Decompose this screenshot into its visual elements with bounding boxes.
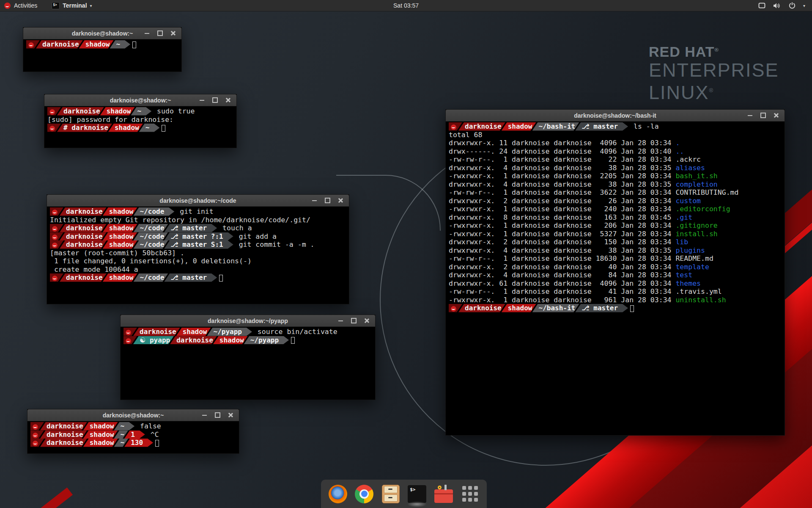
prompt-line: darknoiseshadow~130 (30, 439, 236, 447)
terminal-window-home-1[interactable]: darknoise@shadow:~ darknoiseshadow~ (23, 27, 182, 72)
terminal-content[interactable]: darknoiseshadow~/bash-it⎇ master ls -lat… (446, 121, 785, 436)
redhat-prompt-icon (33, 424, 38, 430)
maximize-button[interactable] (348, 317, 359, 325)
python-icon: ☯ (140, 336, 145, 344)
top-bar: Activities $> Terminal ▾ Sat 03:57 ▾ (0, 0, 812, 11)
terminal-content[interactable]: darknoiseshadow~ falsedarknoiseshadow~1 … (27, 421, 239, 454)
maximize-button[interactable] (155, 29, 165, 38)
close-button[interactable] (335, 196, 346, 205)
ls-entry-name: .ackrc (675, 155, 701, 163)
dock-item-app-grid[interactable] (460, 484, 480, 504)
power-icon (789, 2, 796, 9)
output-line: -rw-rw-r--. 1 darknoise darknoise 18630 … (449, 254, 782, 263)
output-line: drwxrwxr-x. 61 darknoise darknoise 4096 … (449, 279, 782, 288)
display-icon (758, 3, 765, 9)
prompt-line: ☯ pyappdarknoiseshadow~/pyapp (123, 336, 372, 345)
terminal-window-pyapp[interactable]: darknoise@shadow:~/pyapp darknoiseshadow… (120, 315, 376, 400)
system-status-area[interactable]: ▾ (758, 2, 812, 9)
terminal-content[interactable]: darknoiseshadow~/pyapp source bin/activa… (121, 327, 375, 400)
titlebar[interactable]: darknoise@shadow:~ (27, 409, 239, 421)
ls-entry-name: bash_it.sh (675, 172, 717, 180)
titlebar[interactable]: darknoise@shadow:~ (23, 28, 181, 39)
redhat-prompt-icon (33, 441, 38, 446)
redhat-prompt-icon (52, 243, 58, 248)
terminal-window-bash-it[interactable]: darknoise@shadow:~/bash-it darknoiseshad… (445, 109, 785, 436)
close-button[interactable] (362, 317, 372, 325)
output-line: -rwxrwxr-x. 1 darknoise darknoise 5327 J… (449, 230, 782, 238)
git-branch-icon: ⎇ (582, 122, 589, 130)
close-button[interactable] (771, 111, 781, 120)
output-line: drwxrwxr-x. 4 darknoise darknoise 38 Jan… (449, 164, 782, 172)
close-button[interactable] (223, 96, 233, 105)
output-line: -rw-rw-r--. 1 darknoise darknoise 22 Jan… (449, 155, 782, 164)
ls-entry-name: install.sh (675, 230, 717, 238)
output-line: total 68 (449, 131, 782, 139)
dock-item-files[interactable] (381, 484, 401, 504)
redhat-prompt-icon (28, 42, 34, 48)
titlebar[interactable]: darknoise@shadow:~/pyapp (121, 315, 375, 327)
maximize-button[interactable] (758, 111, 768, 120)
maximize-button[interactable] (212, 411, 222, 420)
ls-entry-name: .editorconfig (675, 205, 730, 213)
output-line: drwxrwxr-x. 2 darknoise darknoise 40 Jan… (449, 263, 782, 271)
ls-entry-name: themes (675, 279, 701, 287)
output-line: drwxrwxr-x. 11 darknoise darknoise 4096 … (449, 139, 782, 147)
ls-entry-name: test (675, 271, 692, 279)
output-line: drwxrwxr-x. 4 darknoise darknoise 38 Jan… (449, 180, 782, 189)
running-indicator (407, 501, 427, 507)
ls-entry-name: .. (675, 147, 684, 155)
terminal-window-sudo[interactable]: darknoise@shadow:~ darknoiseshadow~ sudo… (44, 94, 237, 148)
dock-item-firefox[interactable] (328, 484, 348, 504)
minimize-button[interactable] (142, 29, 152, 38)
output-line: drwxrwxr-x. 2 darknoise darknoise 150 Ja… (449, 238, 782, 246)
ls-entry-name: plugins (675, 246, 705, 254)
output-line: [sudo] password for darknoise: (47, 116, 233, 124)
volume-icon (773, 3, 781, 9)
prompt-line: darknoiseshadow~ false (30, 422, 236, 431)
titlebar[interactable]: darknoise@shadow:~ (44, 94, 236, 106)
git-branch-icon: ⎇ (170, 240, 178, 248)
terminal-content[interactable]: darknoiseshadow~ (23, 39, 181, 72)
dock-item-toolbox[interactable] (434, 484, 453, 504)
ls-entry-name: .git (675, 213, 692, 221)
maximize-button[interactable] (210, 96, 220, 105)
output-line: drwxrwxr-x. 8 darknoise darknoise 163 Ja… (449, 213, 782, 222)
git-branch-icon: ⎇ (582, 304, 589, 312)
dock-item-chrome[interactable] (354, 484, 374, 504)
command-text: source bin/activate (253, 328, 337, 336)
terminal-content[interactable]: darknoiseshadow~ sudo true[sudo] passwor… (44, 106, 236, 148)
terminal-window-code[interactable]: darknoise@shadow:~/code darknoiseshadow~… (47, 194, 349, 304)
prompt-line: darknoiseshadow~/code⎇ master S:1 git co… (50, 240, 346, 249)
maximize-button[interactable] (322, 196, 332, 205)
minimize-button[interactable] (745, 111, 755, 120)
command-text: sudo true (153, 107, 195, 115)
titlebar[interactable]: darknoise@shadow:~/bash-it (446, 110, 785, 121)
output-line: -rwxrwxr-x. 1 darknoise darknoise 240 Ja… (449, 205, 782, 213)
minimize-button[interactable] (199, 411, 209, 420)
redhat-prompt-icon (49, 126, 55, 131)
minimize-button[interactable] (197, 96, 207, 105)
prompt-line: darknoiseshadow~/code⎇ master ?:1 git ad… (50, 232, 346, 241)
terminal-content[interactable]: darknoiseshadow~/code git initInitialize… (47, 207, 349, 304)
rhel-branding: RED HAT® ENTERPRISE LINUX® (649, 44, 779, 103)
prompt-line: darknoiseshadow~/code git init (50, 207, 346, 216)
activities-button[interactable]: Activities (0, 2, 37, 9)
minimize-button[interactable] (335, 317, 346, 325)
ls-entry-name: . (675, 139, 680, 147)
ls-entry-name: CONTRIBUTING.md (675, 188, 738, 196)
prompt-line: darknoiseshadow~ (26, 40, 178, 49)
file-cabinet-icon (382, 485, 400, 503)
close-button[interactable] (168, 29, 178, 38)
window-title: darknoise@shadow:~/bash-it (446, 112, 785, 119)
output-line: -rwxrwxr-x. 1 darknoise darknoise 961 Ja… (449, 296, 782, 304)
app-menu-terminal[interactable]: $> Terminal ▾ (52, 2, 92, 9)
brand-linux: LINUX® (649, 80, 779, 103)
minimize-button[interactable] (309, 196, 319, 205)
terminal-window-home-2[interactable]: darknoise@shadow:~ darknoiseshadow~ fals… (27, 409, 239, 454)
close-button[interactable] (225, 411, 236, 420)
clock[interactable]: Sat 03:57 (0, 2, 812, 9)
command-text: git add a (235, 232, 277, 240)
titlebar[interactable]: darknoise@shadow:~/code (47, 195, 349, 207)
dock-item-terminal[interactable]: $> (407, 484, 427, 504)
output-line: drwx------. 24 darknoise darknoise 4096 … (449, 147, 782, 156)
